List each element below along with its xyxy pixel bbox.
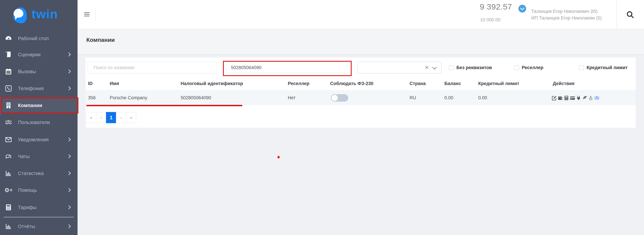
cell-balance: 0.00 (444, 95, 453, 100)
page-header: Компании (78, 29, 644, 55)
credit-card-icon[interactable] (570, 95, 575, 101)
edit-icon[interactable] (552, 95, 557, 101)
companies-panel: ✕ Без реквизитов Реселлер Кредитный лими… (86, 58, 636, 128)
sidebar-item-notifications[interactable]: Уведомления (0, 131, 78, 148)
bar-chart-icon (4, 222, 12, 230)
calculator-icon (4, 203, 12, 211)
cell-name: Porsche Company (110, 95, 147, 100)
balance-secondary: 10 000.00 (480, 17, 500, 23)
app-window: twin Рабочий стол Сценарии Вызовы (0, 0, 644, 235)
cell-country: RU (410, 95, 416, 100)
column-header-tax-id[interactable]: Налоговый идентификатор (181, 81, 243, 86)
sidebar-item-statistics[interactable]: Статистика (0, 165, 78, 182)
sidebar-item-reports[interactable]: Отчёты (0, 218, 78, 235)
search-by-name-input[interactable] (88, 62, 217, 74)
bar-chart-icon (4, 169, 12, 177)
user-name-line1: Таланцев Егор Николаевич (t5) (531, 8, 602, 15)
calendar-icon (4, 67, 12, 76)
chevron-right-icon (67, 224, 71, 228)
pagination-next-button[interactable]: › (116, 112, 126, 123)
sidebar-item-tariffs[interactable]: Тарифы (0, 199, 78, 216)
feather-icon[interactable] (582, 95, 588, 101)
filter-select[interactable]: ✕ (358, 62, 442, 74)
sidebar-divider (4, 217, 74, 217)
balance-dropdown-icon[interactable] (518, 5, 526, 13)
annotation-red-dot (278, 156, 280, 158)
wallet-icon[interactable] (558, 95, 563, 101)
checkbox-icon[interactable] (579, 65, 584, 70)
sidebar-item-users[interactable]: Пользователи (0, 114, 78, 131)
brand-logo[interactable]: twin (0, 0, 78, 30)
hamburger-menu-icon[interactable] (84, 12, 90, 17)
topbar-divider (616, 0, 617, 29)
sidebar-item-calls[interactable]: Вызовы (0, 63, 78, 80)
search-icon[interactable] (626, 10, 634, 19)
sidebar-item-chats[interactable]: Чаты (0, 148, 78, 165)
sidebar: twin Рабочий стол Сценарии Вызовы (0, 0, 78, 235)
checkbox-icon[interactable] (514, 65, 519, 70)
table-row[interactable]: 356 Porsche Company 502805064090 Нет RU … (86, 91, 636, 105)
column-header-name[interactable]: Имя (110, 81, 119, 86)
clear-icon[interactable]: ✕ (424, 64, 429, 71)
checkbox-icon[interactable] (449, 65, 454, 70)
top-bar: 9 392.57 10 000.00 Таланцев Егор Николае… (78, 0, 644, 29)
chevron-right-icon (67, 171, 71, 175)
table-header-row: ID Имя Налоговый идентификатор Реселлер … (86, 77, 636, 91)
annotation-red-box-tax-input (223, 61, 352, 76)
plug-icon[interactable] (576, 95, 581, 101)
user-menu[interactable]: Таланцев Егор Николаевич (t5) ИП Таланце… (531, 8, 602, 21)
sidebar-item-scenarios[interactable]: Сценарии (0, 46, 78, 63)
user-name-line2: ИП Таланцев Егор Николаеви (5) (531, 15, 602, 21)
column-header-reseller[interactable]: Реселлер (288, 81, 310, 86)
chevron-right-icon (67, 52, 71, 56)
pagination-page-1[interactable]: 1 (106, 112, 116, 123)
pagination-last-button[interactable]: » (126, 112, 136, 123)
brand-logo-text: twin (32, 7, 58, 21)
calculator-icon[interactable] (564, 95, 569, 101)
topbar-divider (95, 8, 96, 21)
column-header-id[interactable]: ID (88, 81, 92, 86)
fz230-toggle[interactable] (331, 94, 348, 102)
chevron-right-icon (67, 154, 71, 158)
checkbox-credit-limit[interactable]: Кредитный лимит (579, 62, 628, 74)
chevron-right-icon (67, 86, 71, 90)
annotation-red-underline (86, 105, 242, 106)
cell-tax-id: 502805064090 (181, 95, 211, 100)
column-header-fz230[interactable]: Соблюдать ФЗ-230 (330, 81, 373, 86)
checkbox-no-requisites[interactable]: Без реквизитов (449, 62, 492, 74)
pagination-prev-button[interactable]: ‹ (96, 112, 106, 123)
script-icon (4, 51, 12, 59)
chevron-right-icon (67, 188, 71, 192)
pagination: « ‹ 1 › » (86, 112, 136, 123)
cell-id: 356 (88, 95, 96, 100)
sidebar-item-dashboard[interactable]: Рабочий стол (0, 30, 78, 47)
chevron-right-icon (67, 69, 71, 73)
gears-icon: ⚙⚙ (4, 186, 12, 194)
users-icon[interactable] (594, 95, 600, 101)
phone-icon (4, 84, 12, 93)
balance-amount[interactable]: 9 392.57 (480, 2, 519, 11)
row-actions (552, 95, 600, 101)
page-title: Компании (86, 37, 115, 43)
sitemap-icon[interactable] (588, 95, 594, 101)
dashboard-icon (4, 34, 12, 43)
chats-icon (4, 152, 12, 160)
cell-reseller: Нет (288, 95, 296, 100)
cell-credit-limit: 0.00 (478, 95, 487, 100)
chevron-right-icon (67, 137, 71, 141)
brand-logo-icon (13, 8, 28, 24)
column-header-actions[interactable]: Действия (553, 81, 574, 86)
column-header-credit-limit[interactable]: Кредитный лимит (478, 81, 519, 86)
chevron-down-icon (432, 65, 437, 70)
annotation-red-box-companies-item (1, 97, 78, 114)
users-icon (4, 118, 12, 126)
annotation-blue-mark (0, 114, 1, 115)
sidebar-item-telephony[interactable]: Телефония (0, 80, 78, 97)
column-header-balance[interactable]: Баланс (444, 81, 461, 86)
envelope-icon (4, 136, 12, 144)
checkbox-reseller[interactable]: Реселлер (514, 62, 544, 74)
sidebar-item-help[interactable]: ⚙⚙ Помощь (0, 182, 78, 198)
column-header-country[interactable]: Страна (410, 81, 426, 86)
pagination-first-button[interactable]: « (86, 112, 96, 123)
chevron-right-icon (67, 205, 71, 209)
